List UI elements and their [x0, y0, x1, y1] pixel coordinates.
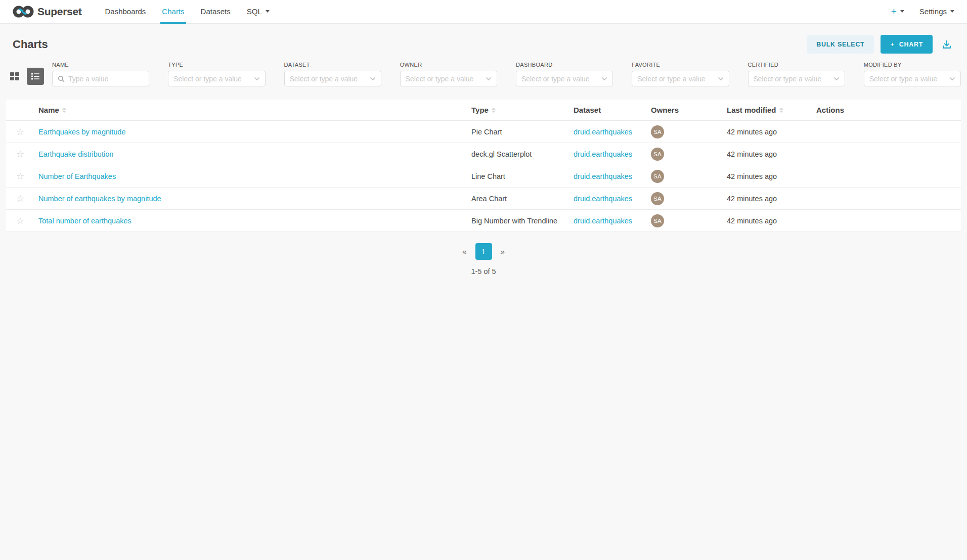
sort-icon	[62, 108, 66, 113]
chevron-down-icon	[900, 10, 904, 13]
dataset-link[interactable]: druid.earthquakes	[574, 195, 632, 203]
chart-name-link[interactable]: Earthquakes by magnitude	[38, 128, 126, 136]
chart-name-link[interactable]: Total number of earthquakes	[38, 217, 131, 225]
chart-name-link[interactable]: Earthquake distribution	[38, 150, 113, 158]
chart-type: Line Chart	[465, 172, 567, 180]
chart-type: Pie Chart	[465, 128, 567, 136]
nav-item-dashboards[interactable]: Dashboards	[97, 0, 154, 23]
pagination-summary: 1-5 of 5	[471, 267, 496, 275]
filter-type-select[interactable]: Select or type a value	[168, 71, 265, 86]
sort-icon	[492, 108, 496, 113]
navbar-right: + Settings	[891, 0, 954, 23]
filter-favorite: FAVORITE Select or type a value	[632, 62, 729, 86]
sort-by-type[interactable]: Type	[471, 106, 496, 114]
filter-certified-select[interactable]: Select or type a value	[748, 71, 845, 86]
table-row: ☆ Earthquake distribution deck.gl Scatte…	[6, 143, 961, 165]
column-header-owners: Owners	[645, 106, 721, 114]
superset-infinity-icon	[13, 5, 34, 18]
previous-page-button[interactable]: «	[458, 244, 471, 259]
sort-icon	[779, 108, 783, 113]
chevron-down-icon	[486, 77, 492, 81]
filter-owner: OWNER Select or type a value	[400, 62, 497, 86]
dataset-link[interactable]: druid.earthquakes	[574, 128, 632, 136]
last-modified: 42 minutes ago	[721, 195, 810, 203]
dataset-link[interactable]: druid.earthquakes	[574, 217, 632, 225]
filter-dataset-select[interactable]: Select or type a value	[284, 71, 381, 86]
filter-name-control	[52, 71, 149, 86]
owner-avatar[interactable]: SA	[651, 170, 664, 183]
filter-dataset-label: DATASET	[284, 62, 381, 68]
chevron-down-icon	[950, 10, 954, 13]
list-view-toggle[interactable]	[27, 68, 44, 85]
owner-avatar[interactable]: SA	[651, 148, 664, 161]
column-header-actions: Actions	[810, 106, 961, 114]
add-chart-button[interactable]: + CHART	[881, 35, 933, 54]
filter-owner-select[interactable]: Select or type a value	[400, 71, 497, 86]
column-header-type: Type	[465, 106, 567, 114]
sort-by-name[interactable]: Name	[38, 106, 66, 114]
download-icon	[941, 39, 952, 50]
favorite-star-icon[interactable]: ☆	[16, 127, 24, 136]
dataset-link[interactable]: druid.earthquakes	[574, 150, 632, 158]
next-page-button[interactable]: »	[496, 244, 509, 259]
import-charts-button[interactable]	[939, 37, 954, 52]
filter-certified-label: CERTIFIED	[748, 62, 845, 68]
main-nav: Dashboards Charts Datasets SQL	[97, 0, 277, 23]
owner-avatar[interactable]: SA	[651, 192, 664, 205]
column-header-name-label: Name	[38, 106, 59, 114]
filter-favorite-select[interactable]: Select or type a value	[632, 71, 729, 86]
nav-item-datasets[interactable]: Datasets	[193, 0, 239, 23]
header-actions: BULK SELECT + CHART	[807, 35, 954, 54]
plus-icon: +	[890, 40, 894, 48]
filter-dashboard-select[interactable]: Select or type a value	[516, 71, 613, 86]
charts-table: Name Type Dataset Owners Last modified A…	[6, 100, 961, 232]
filter-modified-by: MODIFIED BY Select or type a value	[864, 62, 961, 86]
filter-name-input[interactable]	[68, 75, 144, 83]
settings-menu[interactable]: Settings	[919, 7, 954, 16]
chevron-down-icon	[601, 77, 607, 81]
grid-view-icon	[9, 70, 21, 82]
chevron-down-icon	[254, 77, 260, 81]
table-header-row: Name Type Dataset Owners Last modified A…	[6, 100, 961, 121]
settings-label: Settings	[919, 7, 947, 16]
search-icon	[58, 75, 65, 82]
select-placeholder: Select or type a value	[869, 75, 946, 83]
filter-modified-by-label: MODIFIED BY	[864, 62, 961, 68]
sort-by-last-modified[interactable]: Last modified	[727, 106, 783, 114]
filter-bar: NAME TYPE Select or type a value	[8, 62, 961, 86]
chart-type: deck.gl Scatterplot	[465, 150, 567, 158]
nav-item-sql[interactable]: SQL	[239, 0, 278, 23]
navbar: Superset Dashboards Charts Datasets SQL …	[0, 0, 967, 24]
last-modified: 42 minutes ago	[721, 172, 810, 180]
last-modified: 42 minutes ago	[721, 150, 810, 158]
card-view-toggle[interactable]	[8, 70, 21, 83]
bulk-select-button[interactable]: BULK SELECT	[807, 35, 874, 54]
view-toggles	[8, 68, 44, 85]
select-placeholder: Select or type a value	[521, 75, 598, 83]
filter-name-label: NAME	[52, 62, 149, 68]
favorite-star-icon[interactable]: ☆	[16, 194, 24, 203]
column-header-type-label: Type	[471, 106, 489, 114]
chevron-down-icon	[718, 77, 724, 81]
page-title: Charts	[13, 38, 48, 51]
filter-modified-by-select[interactable]: Select or type a value	[864, 71, 961, 86]
filter-dashboard: DASHBOARD Select or type a value	[516, 62, 613, 86]
favorite-star-icon[interactable]: ☆	[16, 172, 24, 181]
owner-avatar[interactable]: SA	[651, 214, 664, 227]
superset-logo[interactable]: Superset	[13, 0, 81, 23]
pagination-area: « 1 » 1-5 of 5	[0, 243, 967, 275]
chevron-down-icon	[833, 77, 840, 81]
filter-certified: CERTIFIED Select or type a value	[748, 62, 845, 86]
chart-name-link[interactable]: Number of Earthquakes	[38, 172, 116, 180]
filter-type-label: TYPE	[168, 62, 265, 68]
dataset-link[interactable]: druid.earthquakes	[574, 172, 632, 180]
new-item-menu[interactable]: +	[891, 7, 904, 16]
filters: NAME TYPE Select or type a value	[52, 62, 961, 86]
nav-item-charts[interactable]: Charts	[154, 0, 192, 23]
page-1-button[interactable]: 1	[475, 243, 492, 260]
favorite-star-icon[interactable]: ☆	[16, 150, 24, 159]
filter-owner-label: OWNER	[400, 62, 497, 68]
favorite-star-icon[interactable]: ☆	[16, 216, 24, 225]
chart-name-link[interactable]: Number of earthquakes by magnitude	[38, 195, 161, 203]
owner-avatar[interactable]: SA	[651, 125, 664, 138]
